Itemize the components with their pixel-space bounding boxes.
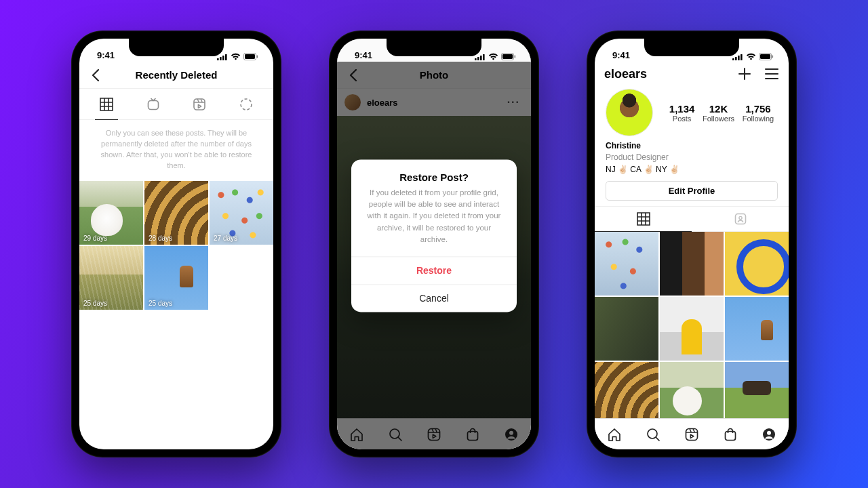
days-remaining: 25 days	[83, 300, 107, 307]
nav-home[interactable]	[607, 427, 622, 442]
svg-point-9	[241, 99, 252, 110]
content-type-tabs	[79, 89, 273, 120]
deleted-item[interactable]: 25 days	[144, 246, 208, 310]
tab-grid[interactable]	[595, 207, 692, 231]
profile-username[interactable]: eloears	[604, 67, 647, 81]
restore-dialog: Restore Post? If you deleted it from you…	[351, 159, 517, 312]
stat-label: Posts	[669, 115, 695, 123]
dialog-title: Restore Post?	[351, 159, 517, 187]
days-remaining: 25 days	[149, 300, 172, 307]
plus-icon	[737, 66, 752, 81]
nav-profile[interactable]	[762, 427, 776, 442]
tab-reels[interactable]	[176, 89, 223, 119]
feed-item[interactable]	[660, 362, 724, 426]
svg-rect-5	[245, 54, 255, 59]
deleted-grid: 29 days 28 days 27 days 25 days 25 days	[79, 181, 273, 310]
svg-rect-8	[194, 99, 205, 110]
tab-igtv[interactable]	[130, 89, 177, 119]
profile-stats-row: 1,134 Posts 12K Followers 1,756 Followin…	[595, 87, 789, 140]
nav-reels[interactable]	[684, 427, 699, 442]
days-remaining: 28 days	[149, 235, 172, 242]
feed-item[interactable]	[595, 362, 658, 426]
phone-profile: 9:41 eloears 1,134 Posts 12K	[587, 30, 797, 458]
stat-label: Following	[743, 115, 774, 123]
tab-story[interactable]	[223, 89, 270, 119]
reels-icon	[193, 98, 206, 111]
svg-point-35	[767, 430, 771, 434]
days-remaining: 29 days	[83, 235, 107, 242]
svg-rect-10	[475, 58, 477, 60]
menu-button[interactable]	[764, 68, 779, 80]
feed-item[interactable]	[725, 297, 789, 361]
grid-icon	[100, 98, 113, 111]
svg-rect-13	[483, 54, 485, 60]
svg-rect-2	[222, 56, 224, 60]
wifi-icon	[746, 53, 756, 60]
phone-restore-dialog: 9:41 Photo eloears ···	[329, 30, 539, 458]
svg-rect-16	[515, 55, 516, 58]
bio-location: NJ ✌🏻 CA ✌🏻 NY ✌🏻	[606, 164, 778, 176]
svg-rect-11	[477, 57, 479, 60]
grid-icon	[637, 212, 650, 226]
days-remaining: 27 days	[214, 235, 237, 242]
bio-role: Product Designer	[606, 152, 778, 163]
stat-following[interactable]: 1,756 Following	[743, 103, 774, 123]
stat-followers[interactable]: 12K Followers	[703, 103, 734, 123]
svg-rect-0	[217, 58, 219, 60]
igtv-icon	[146, 98, 160, 111]
deleted-item[interactable]: 25 days	[79, 246, 143, 310]
feed-item[interactable]	[725, 232, 789, 296]
cancel-button[interactable]: Cancel	[351, 285, 517, 312]
deleted-item[interactable]: 29 days	[79, 181, 143, 245]
page-title: Recently Deleted	[136, 69, 218, 81]
stat-posts[interactable]: 1,134 Posts	[669, 103, 695, 123]
svg-point-30	[738, 217, 741, 220]
profile-bio: Christine Product Designer NJ ✌🏻 CA ✌🏻 N…	[595, 140, 789, 181]
search-icon	[646, 427, 660, 442]
story-ring-icon	[239, 98, 253, 111]
device-notch	[387, 39, 481, 56]
feed-item[interactable]	[725, 362, 789, 426]
svg-rect-12	[480, 56, 482, 60]
feed-item[interactable]	[660, 297, 724, 361]
status-time: 9:41	[355, 50, 372, 60]
restore-button[interactable]: Restore	[351, 257, 517, 285]
nav-search[interactable]	[646, 427, 660, 442]
svg-rect-33	[726, 431, 736, 440]
svg-rect-27	[760, 54, 770, 59]
status-icons	[732, 53, 774, 60]
tab-grid[interactable]	[83, 89, 130, 119]
hamburger-icon	[764, 68, 779, 80]
feed-item[interactable]	[660, 232, 724, 296]
bottom-nav	[595, 418, 789, 449]
edit-profile-button[interactable]: Edit Profile	[606, 181, 778, 201]
phone-recently-deleted: 9:41 Recently Deleted	[71, 30, 281, 458]
svg-rect-3	[225, 54, 227, 60]
status-icons	[475, 53, 516, 60]
svg-rect-22	[732, 58, 734, 60]
hint-text: Only you can see these posts. They will …	[79, 120, 273, 181]
svg-rect-28	[772, 55, 774, 58]
nav-shop[interactable]	[723, 427, 738, 442]
bio-name: Christine	[606, 140, 778, 152]
profile-tabs	[595, 206, 789, 232]
feed-item[interactable]	[595, 297, 658, 361]
stat-label: Followers	[703, 115, 734, 123]
reels-icon	[684, 427, 699, 442]
feed-item[interactable]	[595, 232, 658, 296]
battery-icon	[759, 53, 774, 60]
tab-tagged[interactable]	[692, 207, 789, 231]
status-icons	[217, 53, 258, 60]
profile-header: eloears	[595, 62, 789, 87]
profile-avatar[interactable]	[606, 89, 653, 136]
svg-rect-7	[148, 100, 158, 109]
create-button[interactable]	[737, 66, 752, 81]
deleted-item[interactable]: 28 days	[144, 181, 208, 245]
battery-icon	[501, 53, 516, 60]
tagged-icon	[734, 212, 747, 226]
deleted-item[interactable]: 27 days	[210, 181, 273, 245]
status-time: 9:41	[612, 50, 630, 60]
home-icon	[607, 427, 622, 442]
back-button[interactable]	[86, 66, 105, 85]
profile-feed	[595, 232, 789, 426]
